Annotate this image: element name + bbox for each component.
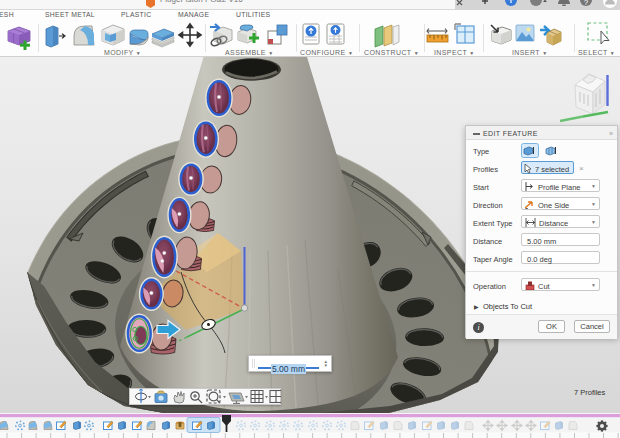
svg-text:?: ?: [584, 0, 589, 7]
